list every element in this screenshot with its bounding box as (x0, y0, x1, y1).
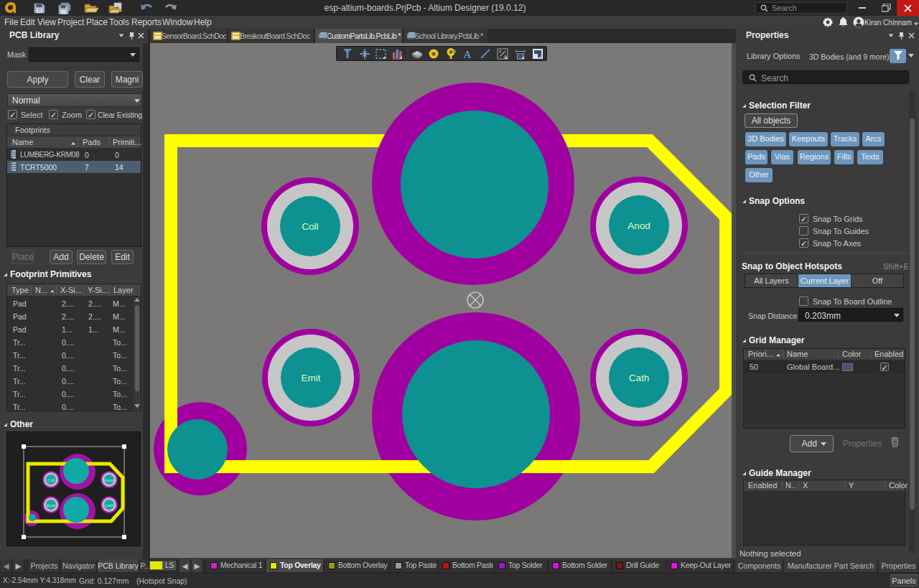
svg-text:Anod: Anod (104, 478, 114, 482)
svg-text:Emit: Emit (302, 373, 321, 383)
svg-text:Cath: Cath (105, 503, 114, 508)
svg-text:Coll: Coll (302, 221, 318, 232)
svg-text:Cath: Cath (629, 373, 650, 383)
svg-text:Emit: Emit (47, 503, 55, 508)
svg-text:A: A (464, 49, 472, 60)
svg-text:Anod: Anod (628, 220, 650, 231)
svg-text:Coll: Coll (47, 478, 55, 482)
